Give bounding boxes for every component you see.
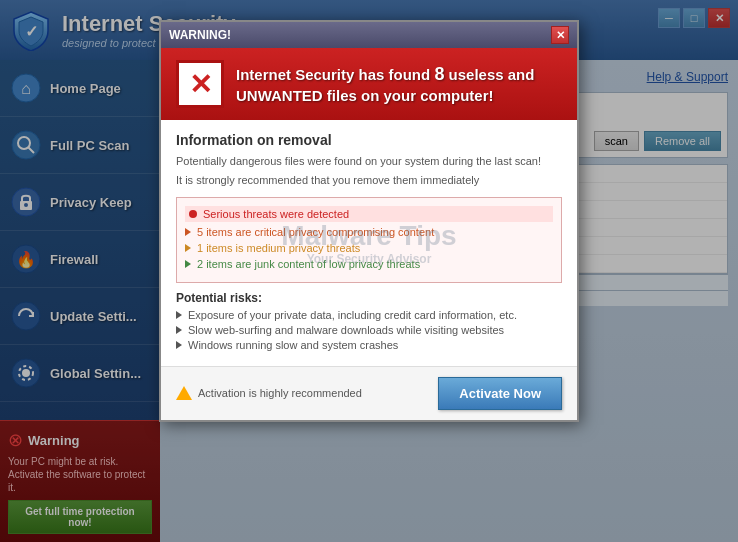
dialog-body: Information on removal Potentially dange… <box>161 120 577 366</box>
dialog-title-bar: WARNING! ✕ <box>161 22 577 48</box>
risk-item-1: Exposure of your private data, including… <box>176 309 562 321</box>
threat-junk-text: 2 items are junk content of low privacy … <box>197 258 420 270</box>
threat-junk: 2 items are junk content of low privacy … <box>185 258 553 270</box>
threats-box: Serious threats were detected 5 items ar… <box>176 197 562 283</box>
threat-medium-text: 1 items is medium privacy threats <box>197 242 360 254</box>
threat-medium: 1 items is medium privacy threats <box>185 242 553 254</box>
info-removal-title: Information on removal <box>176 132 562 148</box>
risk-text-2: Slow web-surfing and malware downloads w… <box>188 324 504 336</box>
threat-privacy-text: 5 items are critical privacy compromisin… <box>197 226 434 238</box>
risk-item-2: Slow web-surfing and malware downloads w… <box>176 324 562 336</box>
dialog-header-message: Internet Security has found 8 useless an… <box>236 63 562 106</box>
app-window: ✓ Internet Security designed to protect … <box>0 0 738 542</box>
bullet-medium <box>185 244 191 252</box>
threat-serious-text: Serious threats were detected <box>203 208 349 220</box>
threat-serious: Serious threats were detected <box>185 206 553 222</box>
dialog-footer: Activation is highly recommended Activat… <box>161 366 577 420</box>
threat-privacy: 5 items are critical privacy compromisin… <box>185 226 553 238</box>
potential-risks-title: Potential risks: <box>176 291 562 305</box>
dialog-overlay: WARNING! ✕ ✕ Internet Security has found… <box>0 0 738 542</box>
warning-dialog: WARNING! ✕ ✕ Internet Security has found… <box>159 20 579 422</box>
activation-message: Activation is highly recommended <box>176 386 362 400</box>
dialog-error-icon: ✕ <box>176 60 224 108</box>
bullet-privacy <box>185 228 191 236</box>
bullet-serious <box>189 210 197 218</box>
error-x-icon: ✕ <box>189 68 212 101</box>
dialog-header-pre: Internet Security has found <box>236 66 434 83</box>
risk-text-3: Windows running slow and system crashes <box>188 339 398 351</box>
risk-bullet-2 <box>176 326 182 334</box>
dialog-title: WARNING! <box>169 28 231 42</box>
bullet-junk <box>185 260 191 268</box>
potential-risks: Potential risks: Exposure of your privat… <box>176 291 562 351</box>
info-desc-1: Potentially dangerous files were found o… <box>176 154 562 169</box>
risk-bullet-3 <box>176 341 182 349</box>
risk-text-1: Exposure of your private data, including… <box>188 309 517 321</box>
warning-triangle-icon <box>176 386 192 400</box>
dialog-close-button[interactable]: ✕ <box>551 26 569 44</box>
activate-now-button[interactable]: Activate Now <box>438 377 562 410</box>
risk-item-3: Windows running slow and system crashes <box>176 339 562 351</box>
risk-bullet-1 <box>176 311 182 319</box>
dialog-threat-count: 8 <box>434 64 444 84</box>
activation-text: Activation is highly recommended <box>198 387 362 399</box>
info-desc-2: It is strongly recommended that you remo… <box>176 173 562 188</box>
dialog-red-header: ✕ Internet Security has found 8 useless … <box>161 48 577 120</box>
